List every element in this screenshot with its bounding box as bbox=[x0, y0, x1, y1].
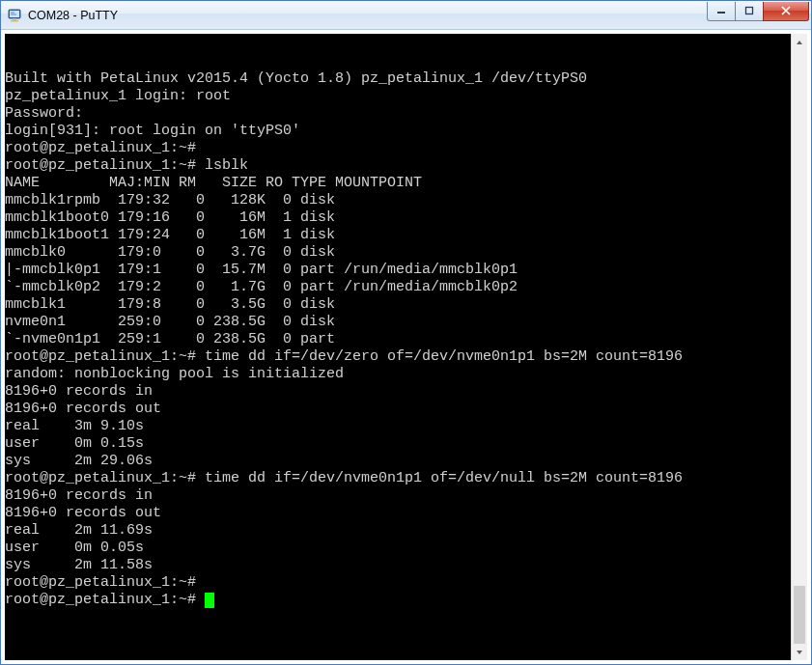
client-area: Built with PetaLinux v2015.4 (Yocto 1.8)… bbox=[1, 30, 811, 664]
window-buttons bbox=[708, 2, 811, 21]
terminal-frame: Built with PetaLinux v2015.4 (Yocto 1.8)… bbox=[5, 34, 807, 660]
window-title: COM28 - PuTTY bbox=[28, 9, 708, 22]
scrollbar[interactable] bbox=[791, 34, 807, 660]
scroll-up-button[interactable] bbox=[792, 34, 807, 50]
close-button[interactable] bbox=[763, 2, 809, 21]
scroll-track[interactable] bbox=[792, 50, 807, 644]
putty-window: COM28 - PuTTY Built with PetaLinux v2015… bbox=[0, 0, 812, 665]
svg-rect-3 bbox=[11, 20, 18, 22]
svg-rect-2 bbox=[13, 18, 16, 20]
titlebar[interactable]: COM28 - PuTTY bbox=[1, 1, 811, 30]
putty-icon bbox=[7, 8, 22, 23]
minimize-button[interactable] bbox=[707, 2, 736, 21]
scroll-thumb[interactable] bbox=[794, 586, 805, 644]
svg-rect-6 bbox=[717, 12, 725, 14]
terminal-cursor bbox=[205, 593, 214, 608]
svg-rect-7 bbox=[746, 8, 753, 14]
maximize-button[interactable] bbox=[735, 2, 764, 21]
scroll-down-button[interactable] bbox=[792, 644, 807, 660]
terminal-output[interactable]: Built with PetaLinux v2015.4 (Yocto 1.8)… bbox=[5, 34, 807, 609]
